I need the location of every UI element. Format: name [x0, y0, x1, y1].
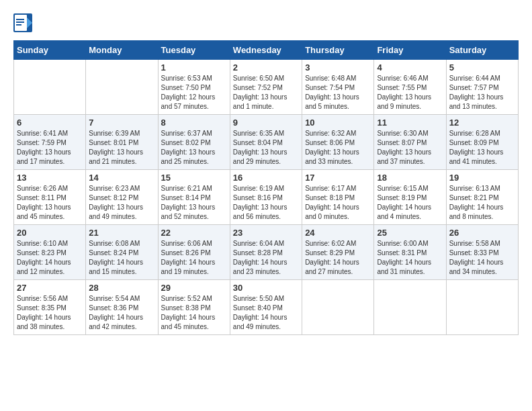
day-info: Sunrise: 6:17 AM Sunset: 8:18 PM Dayligh… — [305, 184, 371, 222]
calendar-cell: 28Sunrise: 5:54 AM Sunset: 8:36 PM Dayli… — [86, 280, 158, 335]
calendar-cell: 6Sunrise: 6:41 AM Sunset: 7:59 PM Daylig… — [14, 115, 86, 170]
day-number: 5 — [449, 62, 515, 73]
calendar-cell: 29Sunrise: 5:52 AM Sunset: 8:38 PM Dayli… — [158, 280, 230, 335]
day-number: 23 — [233, 228, 299, 238]
calendar-week-row: 13Sunrise: 6:26 AM Sunset: 8:11 PM Dayli… — [14, 170, 519, 225]
day-info: Sunrise: 6:48 AM Sunset: 7:54 PM Dayligh… — [305, 74, 371, 111]
header — [13, 13, 519, 34]
day-info: Sunrise: 6:39 AM Sunset: 8:01 PM Dayligh… — [89, 129, 154, 167]
day-info: Sunrise: 5:58 AM Sunset: 8:33 PM Dayligh… — [449, 239, 515, 277]
day-number: 25 — [377, 228, 443, 238]
calendar-cell: 12Sunrise: 6:28 AM Sunset: 8:09 PM Dayli… — [446, 115, 518, 170]
day-number: 11 — [377, 118, 443, 128]
calendar-cell: 14Sunrise: 6:23 AM Sunset: 8:12 PM Dayli… — [86, 170, 158, 225]
day-info: Sunrise: 5:54 AM Sunset: 8:36 PM Dayligh… — [89, 294, 154, 332]
calendar-cell: 26Sunrise: 5:58 AM Sunset: 8:33 PM Dayli… — [446, 225, 518, 280]
calendar-cell: 1Sunrise: 6:53 AM Sunset: 7:50 PM Daylig… — [158, 60, 230, 115]
calendar-cell: 24Sunrise: 6:02 AM Sunset: 8:29 PM Dayli… — [302, 225, 374, 280]
day-info: Sunrise: 6:23 AM Sunset: 8:12 PM Dayligh… — [89, 184, 154, 222]
day-info: Sunrise: 6:37 AM Sunset: 8:02 PM Dayligh… — [161, 129, 227, 167]
calendar-week-row: 6Sunrise: 6:41 AM Sunset: 7:59 PM Daylig… — [14, 115, 519, 170]
calendar-week-row: 20Sunrise: 6:10 AM Sunset: 8:23 PM Dayli… — [14, 225, 519, 280]
calendar-cell: 30Sunrise: 5:50 AM Sunset: 8:40 PM Dayli… — [230, 280, 302, 335]
weekday-header: Wednesday — [230, 41, 302, 60]
calendar-cell: 25Sunrise: 6:00 AM Sunset: 8:31 PM Dayli… — [374, 225, 446, 280]
day-info: Sunrise: 5:50 AM Sunset: 8:40 PM Dayligh… — [233, 294, 299, 332]
day-number: 14 — [89, 173, 154, 183]
calendar-week-row: 1Sunrise: 6:53 AM Sunset: 7:50 PM Daylig… — [14, 60, 519, 115]
weekday-header: Saturday — [446, 41, 518, 60]
day-number: 9 — [233, 118, 299, 128]
day-number: 18 — [377, 173, 443, 183]
day-info: Sunrise: 6:35 AM Sunset: 8:04 PM Dayligh… — [233, 129, 299, 167]
day-info: Sunrise: 6:10 AM Sunset: 8:23 PM Dayligh… — [17, 239, 83, 277]
day-number: 12 — [449, 118, 515, 128]
day-info: Sunrise: 6:44 AM Sunset: 7:57 PM Dayligh… — [449, 74, 515, 111]
calendar-cell: 4Sunrise: 6:46 AM Sunset: 7:55 PM Daylig… — [374, 60, 446, 115]
day-number: 8 — [161, 118, 227, 128]
day-info: Sunrise: 6:06 AM Sunset: 8:26 PM Dayligh… — [161, 239, 227, 277]
day-number: 22 — [161, 228, 227, 238]
calendar-cell: 22Sunrise: 6:06 AM Sunset: 8:26 PM Dayli… — [158, 225, 230, 280]
day-number: 21 — [89, 228, 154, 238]
day-info: Sunrise: 6:19 AM Sunset: 8:16 PM Dayligh… — [233, 184, 299, 222]
calendar-table: SundayMondayTuesdayWednesdayThursdayFrid… — [13, 40, 519, 335]
calendar-cell: 20Sunrise: 6:10 AM Sunset: 8:23 PM Dayli… — [14, 225, 86, 280]
calendar-cell: 5Sunrise: 6:44 AM Sunset: 7:57 PM Daylig… — [446, 60, 518, 115]
day-info: Sunrise: 6:04 AM Sunset: 8:28 PM Dayligh… — [233, 239, 299, 277]
weekday-header: Thursday — [302, 41, 374, 60]
svg-rect-4 — [16, 21, 24, 23]
svg-rect-5 — [16, 24, 21, 26]
day-number: 2 — [233, 62, 299, 73]
day-info: Sunrise: 6:41 AM Sunset: 7:59 PM Dayligh… — [17, 129, 83, 167]
calendar-cell: 19Sunrise: 6:13 AM Sunset: 8:21 PM Dayli… — [446, 170, 518, 225]
day-info: Sunrise: 5:56 AM Sunset: 8:35 PM Dayligh… — [17, 294, 83, 332]
day-info: Sunrise: 6:02 AM Sunset: 8:29 PM Dayligh… — [305, 239, 371, 277]
day-number: 19 — [449, 173, 515, 183]
day-number: 26 — [449, 228, 515, 238]
day-number: 27 — [17, 283, 83, 293]
calendar-cell: 10Sunrise: 6:32 AM Sunset: 8:06 PM Dayli… — [302, 115, 374, 170]
logo — [13, 13, 36, 34]
day-info: Sunrise: 6:50 AM Sunset: 7:52 PM Dayligh… — [233, 74, 299, 111]
day-number: 10 — [305, 118, 371, 128]
day-number: 24 — [305, 228, 371, 238]
day-number: 17 — [305, 173, 371, 183]
calendar-cell: 27Sunrise: 5:56 AM Sunset: 8:35 PM Dayli… — [14, 280, 86, 335]
calendar-cell — [14, 60, 86, 115]
day-number: 28 — [89, 283, 154, 293]
calendar-cell: 15Sunrise: 6:21 AM Sunset: 8:14 PM Dayli… — [158, 170, 230, 225]
day-info: Sunrise: 6:00 AM Sunset: 8:31 PM Dayligh… — [377, 239, 443, 277]
day-info: Sunrise: 6:30 AM Sunset: 8:07 PM Dayligh… — [377, 129, 443, 167]
calendar-cell — [302, 280, 374, 335]
day-number: 16 — [233, 173, 299, 183]
day-info: Sunrise: 6:53 AM Sunset: 7:50 PM Dayligh… — [161, 74, 227, 111]
day-info: Sunrise: 6:32 AM Sunset: 8:06 PM Dayligh… — [305, 129, 371, 167]
day-info: Sunrise: 6:21 AM Sunset: 8:14 PM Dayligh… — [161, 184, 227, 222]
day-info: Sunrise: 6:08 AM Sunset: 8:24 PM Dayligh… — [89, 239, 154, 277]
calendar-cell: 23Sunrise: 6:04 AM Sunset: 8:28 PM Dayli… — [230, 225, 302, 280]
day-number: 30 — [233, 283, 299, 293]
calendar-header: SundayMondayTuesdayWednesdayThursdayFrid… — [14, 41, 519, 60]
day-number: 20 — [17, 228, 83, 238]
calendar-cell: 3Sunrise: 6:48 AM Sunset: 7:54 PM Daylig… — [302, 60, 374, 115]
header-row: SundayMondayTuesdayWednesdayThursdayFrid… — [14, 41, 519, 60]
calendar-cell: 21Sunrise: 6:08 AM Sunset: 8:24 PM Dayli… — [86, 225, 158, 280]
weekday-header: Monday — [86, 41, 158, 60]
calendar-cell: 13Sunrise: 6:26 AM Sunset: 8:11 PM Dayli… — [14, 170, 86, 225]
calendar-body: 1Sunrise: 6:53 AM Sunset: 7:50 PM Daylig… — [14, 60, 519, 335]
svg-rect-3 — [16, 19, 24, 20]
day-info: Sunrise: 6:15 AM Sunset: 8:19 PM Dayligh… — [377, 184, 443, 222]
day-number: 7 — [89, 118, 154, 128]
calendar-cell — [86, 60, 158, 115]
calendar-week-row: 27Sunrise: 5:56 AM Sunset: 8:35 PM Dayli… — [14, 280, 519, 335]
weekday-header: Tuesday — [158, 41, 230, 60]
day-info: Sunrise: 6:46 AM Sunset: 7:55 PM Dayligh… — [377, 74, 443, 111]
day-info: Sunrise: 5:52 AM Sunset: 8:38 PM Dayligh… — [161, 294, 227, 332]
day-number: 13 — [17, 173, 83, 183]
day-info: Sunrise: 6:28 AM Sunset: 8:09 PM Dayligh… — [449, 129, 515, 167]
calendar-cell: 2Sunrise: 6:50 AM Sunset: 7:52 PM Daylig… — [230, 60, 302, 115]
calendar-cell: 16Sunrise: 6:19 AM Sunset: 8:16 PM Dayli… — [230, 170, 302, 225]
calendar-cell: 17Sunrise: 6:17 AM Sunset: 8:18 PM Dayli… — [302, 170, 374, 225]
day-number: 6 — [17, 118, 83, 128]
